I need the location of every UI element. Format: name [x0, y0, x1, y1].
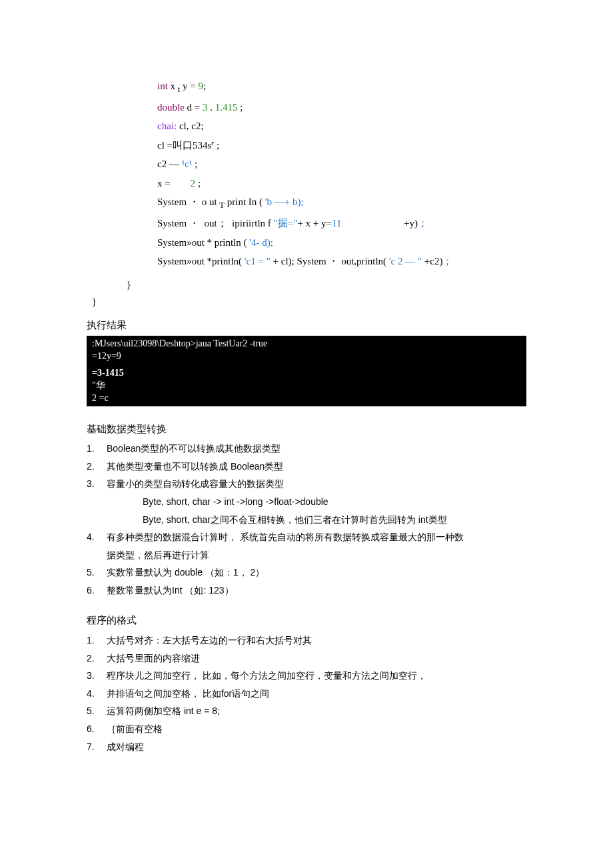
- code-brace-close-inner: }: [87, 276, 526, 294]
- terminal-row-4: "华: [92, 380, 521, 392]
- keyword-double: double: [157, 102, 185, 113]
- code-line-10: System»out *println( 'c1 = " + cl); Syst…: [157, 252, 526, 271]
- keyword-chai: chai:: [157, 121, 177, 131]
- list-item: 5.实数常量默认为 double （如：1， 2）: [87, 564, 526, 582]
- list-item: 2.大括号里面的内容缩进: [87, 650, 526, 667]
- list-item-continuation: 据类型，然后再进行计算: [107, 546, 526, 564]
- list-subitem: Byte, short, char之间不会互相转换，他们三者在计算时首先回转为 …: [107, 511, 526, 529]
- list-item: 3.程序块儿之间加空行， 比如，每个方法之间加空行，变量和方法之间加空行，: [87, 667, 526, 685]
- code-line-3: chai: cl, c2;: [157, 117, 526, 136]
- list-item: 7.成对编程: [87, 738, 526, 756]
- code-line-5: c2 — ¹c¹ ;: [157, 155, 526, 174]
- code-line-6: x = 2 ;: [157, 174, 526, 193]
- code-block: int x t y = 9; double d = 3 . 1.415 ; ch…: [87, 77, 526, 271]
- list-type-conversion: 1.Boolean类型的不可以转换成其他数据类型 2.其他类型变量也不可以转换成…: [87, 440, 526, 599]
- terminal-row-1: :MJsers\uil23098\Deshtop>jaua TestUar2 -…: [92, 338, 521, 350]
- list-item: 6.｛前面有空格: [87, 720, 526, 738]
- list-item: 4.有多种类型的数据混合计算时， 系统首先自动的将所有数据转换成容量最大的那一种…: [87, 528, 526, 564]
- list-item: 1.大括号对齐：左大括号左边的一行和右大括号对其: [87, 632, 526, 650]
- list-item: 4.并排语句之间加空格， 比如for语句之间: [87, 685, 526, 703]
- code-line-9: System»out * println ( '4- d);: [157, 233, 526, 252]
- list-item: 3.容量小的类型自动转化成容量大的数据类型 Byte, short, char …: [87, 475, 526, 528]
- execution-result-label: 执行结果: [87, 316, 526, 335]
- code-line-1: int x t y = 9;: [157, 77, 526, 98]
- code-line-2: double d = 3 . 1.415 ;: [157, 98, 526, 117]
- list-subitem: Byte, short, char -> int ->long ->float-…: [107, 493, 526, 511]
- section-title-program-format: 程序的格式: [87, 611, 526, 630]
- list-item: 1.Boolean类型的不可以转换成其他数据类型: [87, 440, 526, 458]
- section-title-type-conversion: 基础数据类型转换: [87, 420, 526, 439]
- keyword-int: int: [157, 81, 168, 91]
- code-line-8: System ・ out； ipiriirtln f "掘="+ x + y=1…: [157, 214, 526, 233]
- code-line-7: System ・ o ut T print In ( 'b —+ b);: [157, 193, 526, 214]
- list-item: 6.整数常量默认为Int （如: 123）: [87, 582, 526, 600]
- terminal-output: :MJsers\uil23098\Deshtop>jaua TestUar2 -…: [87, 336, 526, 406]
- code-brace-close-outer: }: [87, 294, 526, 312]
- list-program-format: 1.大括号对齐：左大括号左边的一行和右大括号对其 2.大括号里面的内容缩进 3.…: [87, 632, 526, 755]
- list-item: 5.运算符两侧加空格 int e = 8;: [87, 702, 526, 720]
- terminal-row-5: 2 =c: [92, 392, 521, 405]
- terminal-row-2: =12y=9: [92, 350, 521, 363]
- code-line-4: cl =叫口534sʳ ;: [157, 136, 526, 155]
- list-item: 2.其他类型变量也不可以转换成 Boolean类型: [87, 458, 526, 476]
- terminal-row-3: =3-1415: [92, 367, 521, 380]
